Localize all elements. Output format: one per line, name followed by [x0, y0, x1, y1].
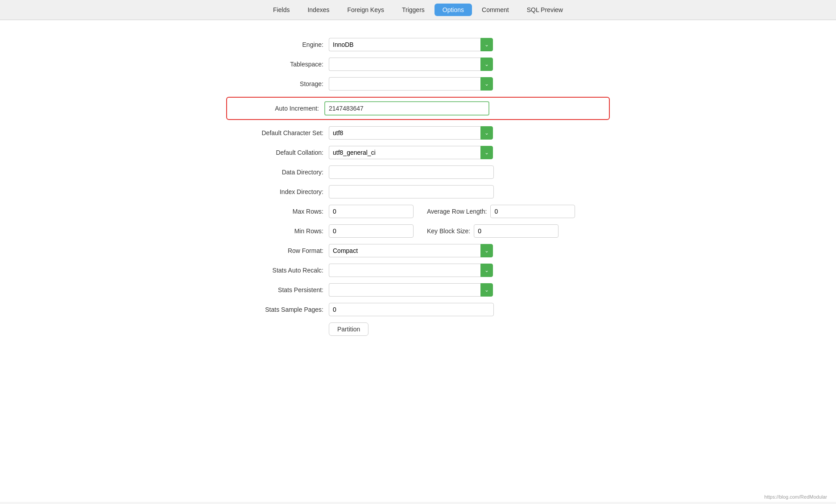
stats-sample-pages-row: Stats Sample Pages:: [226, 303, 610, 316]
min-rows-label: Min Rows:: [226, 227, 329, 235]
auto-increment-input[interactable]: [324, 101, 489, 116]
data-directory-row: Data Directory:: [226, 165, 610, 179]
default-collation-row: Default Collation: ⌄: [226, 146, 610, 159]
row-format-label: Row Format:: [226, 247, 329, 254]
index-directory-input[interactable]: [329, 185, 494, 198]
stats-auto-recalc-dropdown-btn[interactable]: ⌄: [480, 264, 493, 277]
default-collation-label: Default Collation:: [226, 149, 329, 156]
default-charset-row: Default Character Set: ⌄: [226, 126, 610, 140]
max-rows-avg-row: Max Rows: Average Row Length:: [226, 205, 610, 218]
stats-auto-recalc-dropdown-wrapper: ⌄: [329, 264, 493, 277]
data-directory-input[interactable]: [329, 165, 494, 179]
stats-auto-recalc-label: Stats Auto Recalc:: [226, 267, 329, 274]
engine-input[interactable]: [329, 38, 480, 51]
default-charset-label: Default Character Set:: [226, 129, 329, 136]
default-collation-input[interactable]: [329, 146, 480, 159]
engine-row: Engine: ⌄: [226, 38, 610, 51]
storage-row: Storage: ⌄: [226, 77, 610, 91]
tab-foreign-keys[interactable]: Foreign Keys: [339, 4, 392, 16]
tab-comment[interactable]: Comment: [474, 4, 517, 16]
engine-dropdown-wrapper: ⌄: [329, 38, 493, 51]
tab-sql-preview[interactable]: SQL Preview: [519, 4, 571, 16]
stats-auto-recalc-row: Stats Auto Recalc: ⌄: [226, 264, 610, 277]
stats-persistent-input[interactable]: [329, 283, 480, 297]
row-format-dropdown-wrapper: ⌄: [329, 244, 493, 257]
engine-label: Engine:: [226, 41, 329, 48]
partition-row: Partition: [226, 322, 610, 336]
avg-row-length-input[interactable]: [490, 205, 575, 218]
row-format-dropdown-btn[interactable]: ⌄: [480, 244, 493, 257]
storage-label: Storage:: [226, 80, 329, 87]
index-directory-row: Index Directory:: [226, 185, 610, 198]
tablespace-label: Tablespace:: [226, 61, 329, 68]
stats-persistent-dropdown-btn[interactable]: ⌄: [480, 283, 493, 297]
tab-triggers[interactable]: Triggers: [394, 4, 433, 16]
storage-dropdown-btn[interactable]: ⌄: [480, 77, 493, 91]
tablespace-input[interactable]: [329, 58, 480, 71]
auto-increment-row: Auto Increment:: [226, 97, 610, 120]
default-collation-dropdown-btn[interactable]: ⌄: [480, 146, 493, 159]
stats-persistent-label: Stats Persistent:: [226, 286, 329, 293]
tab-options[interactable]: Options: [435, 4, 472, 16]
tab-indexes[interactable]: Indexes: [299, 4, 337, 16]
options-panel: Engine: ⌄ Tablespace: ⌄ Storage: ⌄ Auto …: [0, 20, 836, 502]
stats-persistent-dropdown-wrapper: ⌄: [329, 283, 493, 297]
max-rows-input[interactable]: [329, 205, 414, 218]
data-directory-label: Data Directory:: [226, 169, 329, 176]
default-charset-dropdown-btn[interactable]: ⌄: [480, 126, 493, 140]
tablespace-dropdown-wrapper: ⌄: [329, 58, 493, 71]
stats-persistent-row: Stats Persistent: ⌄: [226, 283, 610, 297]
max-rows-label: Max Rows:: [226, 208, 329, 215]
row-format-input[interactable]: [329, 244, 480, 257]
default-charset-input[interactable]: [329, 126, 480, 140]
default-charset-dropdown-wrapper: ⌄: [329, 126, 493, 140]
storage-input[interactable]: [329, 77, 480, 91]
engine-dropdown-btn[interactable]: ⌄: [480, 38, 493, 51]
tablespace-dropdown-btn[interactable]: ⌄: [480, 58, 493, 71]
storage-dropdown-wrapper: ⌄: [329, 77, 493, 91]
tab-bar: Fields Indexes Foreign Keys Triggers Opt…: [0, 0, 836, 20]
auto-increment-label: Auto Increment:: [232, 105, 324, 112]
tablespace-row: Tablespace: ⌄: [226, 58, 610, 71]
index-directory-label: Index Directory:: [226, 188, 329, 195]
key-block-size-input[interactable]: [474, 224, 559, 238]
stats-sample-pages-input[interactable]: [329, 303, 494, 316]
stats-sample-pages-label: Stats Sample Pages:: [226, 306, 329, 313]
row-format-row: Row Format: ⌄: [226, 244, 610, 257]
tab-fields[interactable]: Fields: [265, 4, 298, 16]
key-block-size-label: Key Block Size:: [427, 227, 474, 235]
footer-note: https://blog.com/RedModular: [764, 494, 827, 500]
partition-button[interactable]: Partition: [329, 322, 368, 336]
min-rows-key-block-row: Min Rows: Key Block Size:: [226, 224, 610, 238]
stats-auto-recalc-input[interactable]: [329, 264, 480, 277]
avg-row-length-label: Average Row Length:: [427, 208, 490, 215]
default-collation-dropdown-wrapper: ⌄: [329, 146, 493, 159]
min-rows-input[interactable]: [329, 224, 414, 238]
